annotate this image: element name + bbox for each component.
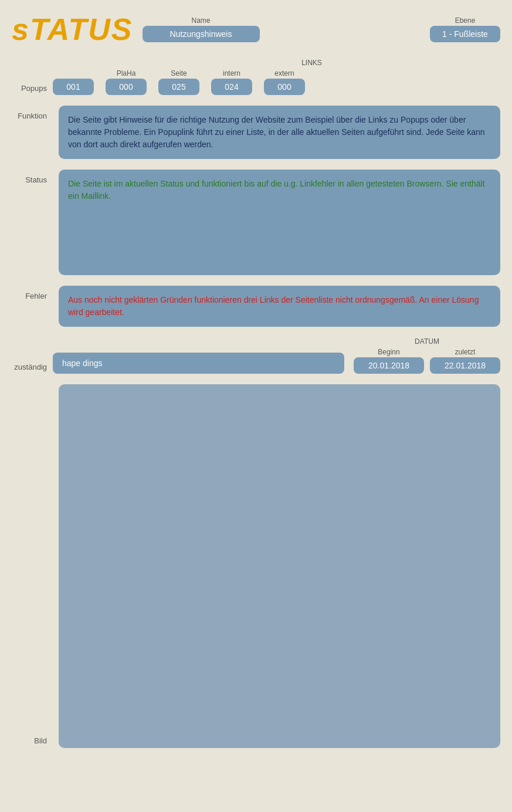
intern-field-group: intern 024 [211, 69, 252, 95]
fehler-label: Fehler [12, 286, 53, 300]
bild-row: Bild [12, 384, 500, 748]
extern-field-group: extern 000 [264, 69, 305, 95]
name-label: Name [192, 16, 211, 25]
seite-field-group: Seite 025 [158, 69, 199, 95]
zustandig-label: zuständig [12, 363, 53, 374]
zustandig-name[interactable]: hape dings [53, 353, 344, 374]
links-label: LINKS [301, 59, 322, 67]
ebene-label: Ebene [455, 16, 476, 25]
name-badge[interactable]: Nutzungshinweis [143, 26, 260, 42]
zuletzt-label: zuletzt [455, 348, 476, 356]
popups-row: Popups LINKS 001 PlaHa 000 Seite 025 in [12, 57, 500, 95]
extern-label: extern [274, 69, 294, 77]
plaha-label: PlaHa [117, 69, 136, 77]
seite-label: Seite [171, 69, 187, 77]
status-text[interactable]: Die Seite ist im aktuellen Status und fu… [59, 170, 500, 275]
status-label: Status [12, 170, 53, 184]
zustandig-row: zuständig hape dings DATUM Beginn 20.01.… [12, 337, 500, 374]
funktion-text[interactable]: Die Seite gibt Hinweise für die richtige… [59, 106, 500, 159]
ebene-badge[interactable]: 1 - Fußleiste [430, 26, 500, 42]
name-group: Name Nutzungshinweis [143, 16, 260, 42]
bild-image [59, 384, 500, 748]
fehler-text[interactable]: Aus noch nicht geklärten Gründen funktio… [59, 286, 500, 327]
app-title: sTATUS [12, 12, 133, 47]
extern-value[interactable]: 000 [264, 79, 305, 95]
plaha-field-group: PlaHa 000 [106, 69, 147, 95]
beginn-date[interactable]: 20.01.2018 [354, 357, 424, 374]
ebene-group: Ebene 1 - Fußleiste [430, 16, 500, 42]
funktion-label: Funktion [12, 106, 53, 120]
datum-label: DATUM [415, 337, 439, 346]
seite-value[interactable]: 025 [158, 79, 199, 95]
zuletzt-date[interactable]: 22.01.2018 [430, 357, 500, 374]
popups-field-group: 001 [53, 79, 94, 95]
popups-value[interactable]: 001 [53, 79, 94, 95]
bild-label: Bild [12, 384, 53, 745]
intern-value[interactable]: 024 [211, 79, 252, 95]
plaha-value[interactable]: 000 [106, 79, 147, 95]
status-row: Status Die Seite ist im aktuellen Status… [12, 170, 500, 275]
intern-label: intern [223, 69, 240, 77]
fehler-row: Fehler Aus noch nicht geklärten Gründen … [12, 286, 500, 327]
beginn-label: Beginn [378, 348, 399, 356]
popups-label: Popups [12, 84, 53, 95]
funktion-row: Funktion Die Seite gibt Hinweise für die… [12, 106, 500, 159]
